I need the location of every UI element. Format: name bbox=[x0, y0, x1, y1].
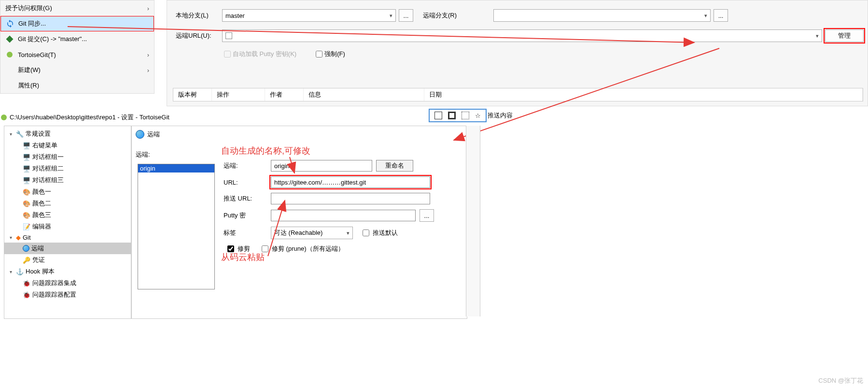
remote-url-input[interactable] bbox=[222, 29, 822, 42]
tree-cred[interactable]: 🔑凭证 bbox=[4, 254, 131, 266]
commit-icon bbox=[5, 35, 14, 43]
svg-point-1 bbox=[1, 115, 7, 120]
prune-all-checkbox[interactable]: 修剪 (prune)（所有远端） bbox=[260, 244, 344, 254]
page-icon bbox=[225, 32, 232, 39]
svg-point-0 bbox=[7, 52, 13, 57]
rect-window-icon[interactable] bbox=[448, 112, 456, 119]
tree-general[interactable]: ▾🔧常规设置 bbox=[4, 128, 131, 140]
push-default-checkbox[interactable]: 推送默认 bbox=[361, 228, 398, 238]
menu-git-commit[interactable]: Git 提交(C) -> "master"... bbox=[0, 31, 154, 47]
menu-label: 授予访问权限(G) bbox=[5, 4, 52, 13]
local-branch-combo[interactable]: master bbox=[222, 9, 396, 22]
remote-url-label: 远端URL(U): bbox=[176, 31, 219, 40]
manage-button[interactable]: 管理 bbox=[825, 29, 864, 42]
chevron-right-icon: › bbox=[147, 67, 149, 74]
log-column-headers: 版本树 操作 作者 信息 日期 bbox=[173, 88, 863, 101]
remote-list-item[interactable]: origin bbox=[138, 164, 214, 172]
panel-title: 远端 bbox=[147, 130, 160, 139]
remote-name-input[interactable]: origin bbox=[271, 160, 372, 172]
star-icon[interactable]: ☆ bbox=[475, 112, 481, 119]
tortoise-icon bbox=[5, 50, 14, 59]
tortoise-icon bbox=[0, 114, 8, 121]
rename-button[interactable]: 重命名 bbox=[376, 160, 413, 172]
menu-tortoisegit[interactable]: TortoiseGit(T) › bbox=[0, 47, 154, 62]
capture-toolbar[interactable]: ☆ bbox=[429, 109, 487, 122]
menu-new[interactable]: 新建(W) › bbox=[0, 62, 154, 78]
col-op[interactable]: 操作 bbox=[212, 88, 265, 101]
settings-window-title: C:\Users\huabei\Desktop\gittest\repo1 - … bbox=[0, 111, 290, 124]
remote-branch-combo[interactable] bbox=[493, 9, 711, 22]
tree-dlg3[interactable]: 🖥️对话框组三 bbox=[4, 174, 131, 186]
tree-issue-cfg[interactable]: 🐞问题跟踪器配置 bbox=[4, 289, 131, 301]
menu-label: TortoiseGit(T) bbox=[18, 51, 56, 58]
rect-region-icon[interactable] bbox=[462, 112, 469, 119]
col-author[interactable]: 作者 bbox=[265, 88, 304, 101]
tag-label: 标签 bbox=[224, 229, 267, 237]
menu-git-sync[interactable]: Git 同步... bbox=[0, 16, 154, 31]
menu-label: 属性(R) bbox=[18, 81, 39, 90]
putty-label: Putty 密 bbox=[224, 211, 267, 220]
rect-full-icon[interactable] bbox=[434, 112, 442, 119]
col-info[interactable]: 信息 bbox=[304, 88, 424, 101]
remote-branch-label: 远端分支(R) bbox=[423, 11, 457, 20]
tree-color2[interactable]: 🎨颜色二 bbox=[4, 198, 131, 209]
menu-label: 新建(W) bbox=[18, 66, 41, 74]
tree-dlg2[interactable]: 🖥️对话框组二 bbox=[4, 163, 131, 174]
tree-dlg1[interactable]: 🖥️对话框组一 bbox=[4, 151, 131, 163]
menu-grant-access[interactable]: 授予访问权限(G) › bbox=[0, 0, 154, 16]
tree-editor[interactable]: 📝编辑器 bbox=[4, 221, 131, 232]
tree-color3[interactable]: 🎨颜色三 bbox=[4, 209, 131, 221]
local-branch-browse-button[interactable]: ... bbox=[399, 9, 413, 22]
remote-listbox[interactable]: origin bbox=[138, 164, 215, 289]
push-url-input[interactable] bbox=[271, 193, 430, 204]
remote-name-label: 远端: bbox=[224, 161, 267, 170]
remote-branch-browse-button[interactable]: ... bbox=[714, 9, 728, 22]
url-label: URL: bbox=[224, 179, 267, 186]
tree-hook[interactable]: ▾⚓Hook 脚本 bbox=[4, 266, 131, 277]
force-checkbox[interactable]: 强制(F) bbox=[316, 50, 345, 58]
col-tree[interactable]: 版本树 bbox=[173, 88, 212, 101]
local-branch-label: 本地分支(L) bbox=[176, 11, 219, 20]
putty-input[interactable] bbox=[271, 210, 416, 221]
url-input[interactable]: https://gitee.com/………gittest.git bbox=[271, 176, 430, 188]
autoload-putty-checkbox: 自动加载 Putty 密钥(K) bbox=[224, 50, 296, 58]
menu-label: Git 同步... bbox=[18, 19, 46, 28]
annotation-paste: 从码云粘贴 bbox=[221, 251, 265, 263]
tree-remote[interactable]: 远端 bbox=[4, 243, 131, 254]
settings-tree[interactable]: ▾🔧常规设置 🖥️右键菜单 🖥️对话框组一 🖥️对话框组二 🖥️对话框组三 🎨颜… bbox=[4, 126, 131, 319]
putty-browse-button[interactable]: ... bbox=[420, 209, 434, 222]
annotation-auto-name: 自动生成的名称,可修改 bbox=[221, 145, 310, 157]
tree-git[interactable]: ▾◆Git bbox=[4, 232, 131, 243]
menu-properties[interactable]: 属性(R) bbox=[0, 78, 154, 93]
tree-issue-int[interactable]: 🐞问题跟踪器集成 bbox=[4, 277, 131, 289]
tag-combo[interactable]: 可达 (Reachable) bbox=[271, 227, 353, 239]
menu-label: Git 提交(C) -> "master"... bbox=[18, 35, 87, 43]
col-date[interactable]: 日期 bbox=[424, 88, 863, 101]
sync-icon bbox=[6, 19, 14, 28]
tree-context-menu[interactable]: 🖥️右键菜单 bbox=[4, 140, 131, 151]
watermark: CSDN @张丁花 bbox=[818, 376, 863, 385]
push-url-label: 推送 URL: bbox=[224, 194, 267, 203]
chevron-right-icon: › bbox=[147, 51, 149, 58]
globe-icon bbox=[136, 130, 144, 139]
push-content-label: 推送内容 bbox=[488, 111, 513, 120]
tree-color1[interactable]: 🎨颜色一 bbox=[4, 186, 131, 198]
chevron-right-icon: › bbox=[147, 5, 149, 12]
